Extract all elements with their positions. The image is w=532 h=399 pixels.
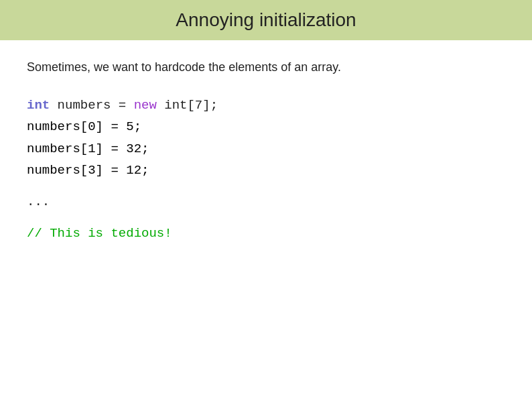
keyword-int: int — [27, 98, 50, 113]
slide: Annoying initialization Sometimes, we wa… — [0, 0, 532, 399]
code-line-2: numbers[0] = 5; — [27, 116, 505, 137]
code-line-4: numbers[3] = 12; — [27, 160, 505, 181]
slide-content: Sometimes, we want to hardcode the eleme… — [0, 40, 532, 399]
code-block: int numbers = new int[7]; numbers[0] = 5… — [27, 95, 505, 181]
keyword-new: new — [134, 98, 157, 113]
code-ellipsis: ... — [27, 194, 505, 209]
code-comment: // This is tedious! — [27, 226, 172, 241]
code-numbers-assign: numbers = — [50, 98, 133, 113]
code-line-3: numbers[1] = 32; — [27, 138, 505, 160]
slide-title: Annoying initialization — [176, 9, 356, 30]
comment-block: // This is tedious! — [27, 223, 505, 244]
code-int-array: int[7]; — [157, 98, 218, 113]
code-line-1: int numbers = new int[7]; — [27, 95, 505, 116]
title-bar: Annoying initialization — [0, 0, 532, 40]
subtitle-text: Sometimes, we want to hardcode the eleme… — [27, 60, 505, 74]
